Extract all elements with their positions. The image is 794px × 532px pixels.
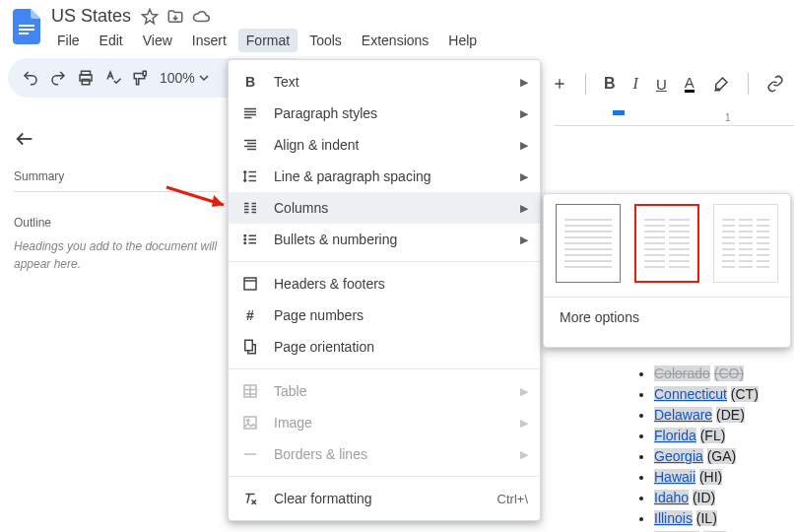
doc-title[interactable]: US States: [51, 6, 131, 27]
ruler-indent-marker[interactable]: [613, 110, 625, 115]
list-item[interactable]: Georgia (GA): [654, 446, 759, 467]
menu-view[interactable]: View: [135, 29, 180, 52]
menu-item-label: Page numbers: [274, 307, 528, 323]
state-name: Colorado: [654, 366, 710, 381]
redo-icon[interactable]: [49, 69, 67, 87]
state-abbr: (GA): [707, 448, 737, 464]
menu-edit[interactable]: Edit: [92, 29, 131, 52]
image-icon: [240, 414, 260, 432]
move-icon[interactable]: [166, 8, 184, 26]
page-numbers-icon: #: [240, 307, 260, 323]
menu-item-borders-lines: Borders & lines ▶: [229, 438, 540, 470]
menu-item-clear-formatting[interactable]: Clear formatting Ctrl+\: [229, 483, 540, 514]
clear-formatting-icon: [240, 490, 260, 507]
menu-item-align-indent[interactable]: Align & indent ▶: [229, 129, 540, 161]
menu-item-page-numbers[interactable]: # Page numbers: [229, 299, 540, 331]
menu-item-paragraph-styles[interactable]: Paragraph styles ▶: [229, 98, 540, 129]
menu-item-headers-footers[interactable]: Headers & footers: [229, 268, 540, 299]
borders-lines-icon: [240, 445, 260, 463]
list-item[interactable]: Idaho (ID): [654, 488, 759, 508]
document-list[interactable]: Colorado (CO) Connecticut (CT) Delaware …: [595, 364, 759, 532]
chevron-right-icon: ▶: [520, 448, 528, 461]
columns-icon: [240, 199, 260, 217]
table-icon: [240, 382, 260, 400]
list-item[interactable]: Hawaii (HI): [654, 467, 759, 488]
chevron-right-icon: ▶: [520, 76, 528, 89]
menu-tools[interactable]: Tools: [301, 29, 350, 52]
columns-submenu: More options: [543, 193, 791, 348]
columns-option-three[interactable]: [713, 204, 778, 283]
columns-option-one[interactable]: [556, 204, 621, 283]
svg-rect-0: [19, 25, 34, 27]
paragraph-styles-icon: [240, 104, 260, 122]
columns-more-options[interactable]: More options: [544, 298, 790, 337]
svg-point-13: [247, 420, 249, 422]
align-indent-icon: [240, 136, 260, 154]
outline-back-icon[interactable]: [14, 128, 219, 169]
toolbar-divider: [585, 73, 586, 95]
ruler-mark: 1: [725, 112, 731, 123]
bullets-icon: [240, 231, 260, 248]
state-abbr: (FL): [700, 428, 726, 443]
insert-link-icon[interactable]: [766, 75, 784, 93]
italic-button[interactable]: I: [633, 75, 638, 93]
svg-point-8: [244, 242, 246, 244]
state-abbr: (CO): [714, 366, 744, 381]
chevron-right-icon: ▶: [520, 139, 528, 152]
menu-extensions[interactable]: Extensions: [354, 29, 436, 52]
highlight-color-icon[interactable]: [712, 75, 730, 93]
text-color-button[interactable]: A: [685, 76, 695, 93]
spellcheck-icon[interactable]: [104, 69, 122, 87]
list-item[interactable]: Colorado (CO): [654, 364, 759, 384]
menu-file[interactable]: File: [49, 29, 88, 52]
menu-item-label: Bullets & numbering: [274, 232, 520, 247]
zoom-select[interactable]: 100%: [160, 70, 209, 86]
star-icon[interactable]: [141, 8, 159, 26]
font-size-increase-icon[interactable]: [552, 76, 567, 92]
menu-item-label: Paragraph styles: [274, 105, 520, 121]
menu-item-line-spacing[interactable]: Line & paragraph spacing ▶: [229, 161, 540, 192]
chevron-right-icon: ▶: [520, 385, 528, 398]
menu-item-label: Text: [274, 74, 520, 90]
state-name: Delaware: [654, 407, 712, 423]
menu-insert[interactable]: Insert: [184, 29, 234, 52]
cloud-status-icon[interactable]: [192, 8, 210, 26]
menu-item-label: Page orientation: [274, 339, 528, 355]
list-item[interactable]: Delaware (DE): [654, 405, 759, 426]
menu-separator: [229, 368, 540, 369]
chevron-right-icon: ▶: [520, 233, 528, 246]
list-item[interactable]: Connecticut (CT): [654, 384, 759, 405]
headers-footers-icon: [240, 275, 260, 293]
undo-icon[interactable]: [22, 69, 39, 87]
menu-item-label: Image: [274, 415, 520, 431]
menu-item-columns[interactable]: Columns ▶: [229, 192, 540, 224]
svg-rect-10: [245, 340, 253, 351]
paint-format-icon[interactable]: [132, 69, 150, 87]
menu-format[interactable]: Format: [238, 29, 298, 52]
menu-item-page-orientation[interactable]: Page orientation: [229, 331, 540, 363]
menu-item-label: Borders & lines: [274, 446, 520, 462]
state-abbr: (IL): [696, 510, 717, 526]
svg-rect-12: [244, 417, 256, 429]
list-item[interactable]: Florida (FL): [654, 426, 759, 446]
menu-item-label: Clear formatting: [274, 491, 497, 506]
state-abbr: (HI): [699, 469, 722, 485]
format-menu: B Text ▶ Paragraph styles ▶ Align & inde…: [228, 59, 541, 521]
menu-item-bullets-numbering[interactable]: Bullets & numbering ▶: [229, 224, 540, 255]
menu-item-text[interactable]: B Text ▶: [229, 66, 540, 98]
underline-button[interactable]: U: [656, 76, 667, 93]
print-icon[interactable]: [77, 69, 95, 87]
menu-item-label: Table: [274, 383, 520, 399]
columns-option-two[interactable]: [634, 204, 699, 283]
line-spacing-icon: [240, 167, 260, 185]
state-abbr: (ID): [693, 490, 715, 505]
ruler[interactable]: 1: [554, 110, 794, 126]
menu-help[interactable]: Help: [440, 29, 485, 52]
list-item[interactable]: Illinois (IL): [654, 508, 759, 529]
menu-separator: [229, 476, 540, 477]
docs-logo-icon[interactable]: [10, 6, 43, 47]
bold-button[interactable]: B: [604, 75, 616, 93]
menu-separator: [229, 261, 540, 262]
menu-item-image: Image ▶: [229, 407, 540, 438]
toolbar-divider: [748, 73, 749, 95]
